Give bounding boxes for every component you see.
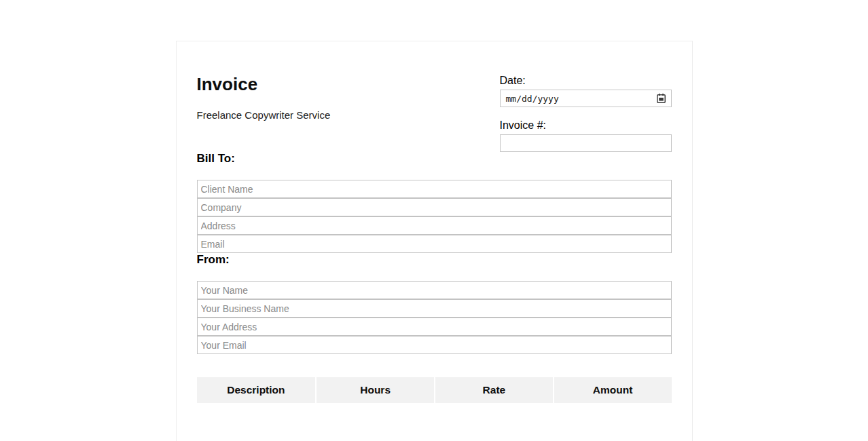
invoice-number-label: Invoice #: <box>500 119 672 132</box>
column-header-hours: Hours <box>315 377 434 403</box>
column-header-description: Description <box>197 377 316 403</box>
column-header-rate: Rate <box>434 377 553 403</box>
page-title: Invoice <box>197 75 331 93</box>
email-input[interactable] <box>197 235 672 253</box>
column-header-amount: Amount <box>553 377 672 403</box>
address-input[interactable] <box>197 216 672 235</box>
bill-to-heading: Bill To: <box>197 152 672 165</box>
your-email-input[interactable] <box>197 336 672 354</box>
invoice-subtitle: Freelance Copywriter Service <box>197 109 331 121</box>
date-placeholder: mm/dd/yyyy <box>506 94 559 104</box>
your-business-name-input[interactable] <box>197 299 672 318</box>
date-label: Date: <box>500 74 672 87</box>
invoice-header-right: Date: mm/dd/yyyy Invoice #: <box>500 74 672 152</box>
invoice-number-input[interactable] <box>500 134 672 152</box>
from-fields <box>197 281 672 354</box>
your-name-input[interactable] <box>197 281 672 299</box>
invoice-header: Invoice Freelance Copywriter Service Dat… <box>197 74 672 152</box>
line-items-table: Description Hours Rate Amount <box>197 377 672 403</box>
client-name-input[interactable] <box>197 180 672 198</box>
from-heading: From: <box>197 253 672 266</box>
line-items-header-row: Description Hours Rate Amount <box>197 377 672 403</box>
invoice-card: Invoice Freelance Copywriter Service Dat… <box>176 41 693 441</box>
bill-to-fields <box>197 180 672 253</box>
invoice-header-left: Invoice Freelance Copywriter Service <box>197 74 331 121</box>
company-input[interactable] <box>197 198 672 216</box>
calendar-icon[interactable] <box>657 94 666 103</box>
date-input[interactable]: mm/dd/yyyy <box>500 90 672 107</box>
your-address-input[interactable] <box>197 318 672 336</box>
